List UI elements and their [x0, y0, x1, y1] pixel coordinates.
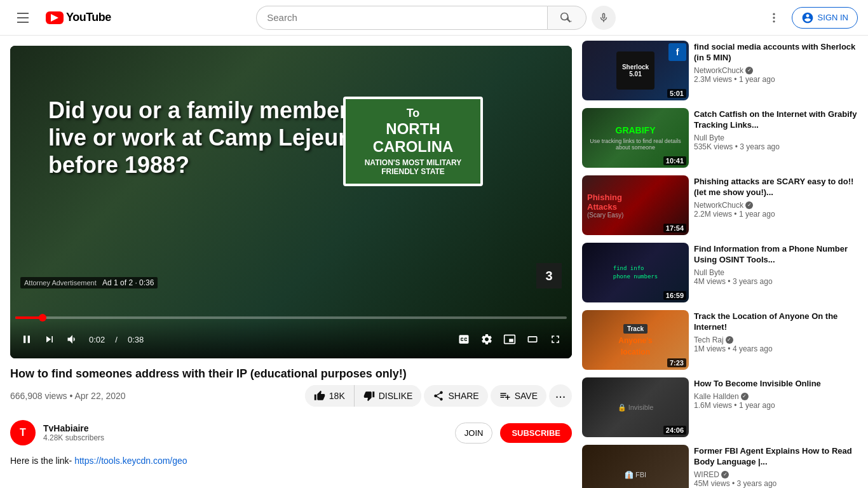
video-duration: 7:23 [667, 358, 686, 367]
save-button[interactable]: SAVE [491, 385, 546, 407]
road-sign-state: NORTH CAROLINA [353, 120, 473, 156]
video-meta: 666,908 views • Apr 22, 2020 18K DISLIKE [10, 384, 572, 407]
sidebar-video-info: Find Information from a Phone Number Usi… [694, 243, 858, 302]
sidebar-thumbnail: find infophone numbers 16:59 [582, 243, 689, 302]
miniplayer-button[interactable] [501, 330, 519, 348]
sidebar-video-info: Phishing attacks are SCARY easy to do!! … [694, 175, 858, 235]
sidebar-item[interactable]: GRABIFY Use tracking links to find real … [582, 108, 858, 168]
hamburger-icon [12, 8, 34, 28]
video-duration: 24:06 [663, 426, 686, 435]
description-link[interactable]: https://tools.keycdn.com/geo [74, 456, 187, 466]
captions-button[interactable] [455, 330, 473, 348]
theater-button[interactable] [524, 330, 541, 348]
progress-track[interactable] [15, 316, 567, 319]
sidebar-thumbnail: Phishing Attacks (Scary Easy) 17:54 [582, 175, 689, 235]
video-views: 666,908 views [10, 391, 67, 401]
fullscreen-icon [549, 333, 562, 346]
sidebar-channel-name: NetworkChuck [694, 66, 858, 75]
sidebar-thumbnail: Track Anyone's location 7:23 [582, 310, 689, 370]
skip-number: 3 [536, 263, 562, 288]
captions-icon [458, 333, 470, 346]
video-date: Apr 22, 2020 [74, 391, 125, 401]
sidebar-channel-name: Tech Raj [694, 336, 858, 344]
microphone-button[interactable] [592, 6, 616, 30]
sidebar-thumbnail: 🔒 Invisible24:06 [582, 377, 689, 437]
verified-badge [745, 67, 753, 74]
video-duration: 5:01 [667, 89, 686, 98]
more-dots-icon: ··· [555, 389, 566, 403]
video-actions: 18K DISLIKE SHARE SAVE ··· [305, 384, 572, 407]
settings-button[interactable] [478, 330, 496, 348]
road-sign: To NORTH CAROLINA NATION'S MOST MILITARY… [343, 97, 483, 186]
more-actions-button[interactable]: ··· [549, 384, 572, 407]
channel-info: TvHabiaire 4.28K subscribers [43, 423, 447, 442]
sidebar-item[interactable]: Track Anyone's location 7:23Track the Lo… [582, 310, 858, 370]
sidebar-video-title: find social media accounts with Sherlock… [694, 42, 858, 64]
dislike-button[interactable]: DISLIKE [355, 385, 422, 407]
search-button[interactable] [547, 6, 587, 30]
like-dislike-group: 18K DISLIKE [305, 385, 422, 407]
svg-point-2 [773, 20, 775, 22]
volume-icon [66, 333, 79, 346]
main-layout: Did you or a family member live or work … [0, 0, 868, 488]
microphone-icon [598, 12, 609, 24]
sidebar-channel-name: Null Byte [694, 133, 858, 142]
youtube-logo-text: YouTube [66, 11, 111, 24]
sidebar-item[interactable]: 🔒 Invisible24:06How To Become Invisible … [582, 377, 858, 437]
video-player[interactable]: Did you or a family member live or work … [10, 46, 572, 358]
search-bar [256, 6, 587, 30]
like-button[interactable]: 18K [305, 385, 355, 407]
sidebar-channel-name: Kalle Hallden [694, 392, 858, 401]
sidebar-item[interactable]: Sherlock5.01 f 5:01find social media acc… [582, 41, 858, 100]
sidebar-video-meta: 2.2M views • 1 year ago [694, 210, 858, 219]
sign-in-button[interactable]: SIGN IN [792, 7, 858, 29]
sidebar-video-meta: 4M views • 3 years ago [694, 277, 858, 286]
ad-counter: Ad 1 of 2 · 0:36 [102, 278, 154, 287]
svg-point-0 [773, 13, 775, 15]
sidebar-channel-name: Null Byte [694, 268, 858, 277]
more-options-button[interactable] [761, 5, 787, 30]
sidebar-item[interactable]: Phishing Attacks (Scary Easy) 17:54Phish… [582, 175, 858, 235]
next-button[interactable] [41, 330, 58, 348]
video-overlay-text: Did you or a family member live or work … [48, 97, 366, 179]
search-input[interactable] [256, 6, 547, 30]
ad-text: Attorney Advertisement [24, 279, 97, 287]
channel-avatar[interactable]: T [10, 420, 36, 445]
sidebar-channel-name: NetworkChuck [694, 201, 858, 210]
save-label: SAVE [515, 391, 538, 401]
channel-name[interactable]: TvHabiaire [43, 423, 447, 433]
progress-bar[interactable] [10, 316, 572, 319]
sidebar-video-title: How To Become Invisible Online [694, 379, 858, 390]
theater-icon [526, 333, 539, 346]
join-button[interactable]: JOIN [455, 423, 493, 444]
youtube-logo[interactable]: YouTube [46, 11, 111, 24]
verified-badge [721, 471, 729, 478]
youtube-logo-icon [46, 11, 64, 24]
sidebar-item[interactable]: find infophone numbers 16:59Find Informa… [582, 243, 858, 302]
hamburger-menu-button[interactable] [10, 5, 36, 30]
header-center [111, 6, 761, 30]
total-time: 0:38 [128, 335, 144, 344]
miniplayer-icon [503, 333, 516, 346]
volume-button[interactable] [64, 330, 81, 348]
sidebar-video-meta: 1M views • 4 years ago [694, 344, 858, 353]
verified-badge [745, 201, 753, 209]
sidebar-video-title: Find Information from a Phone Number Usi… [694, 244, 858, 266]
dislike-icon [363, 390, 375, 402]
road-sign-subtitle: NATION'S MOST MILITARY FRIENDLY STATE [353, 158, 473, 176]
current-time: 0:02 [89, 335, 105, 344]
share-button[interactable]: SHARE [424, 385, 487, 407]
skip-next-icon [43, 333, 56, 346]
header-right: SIGN IN [761, 5, 858, 30]
sidebar-video-info: Track the Location of Anyone On the Inte… [694, 310, 858, 370]
video-title: How to find someones address with their … [10, 366, 572, 382]
video-description: Here is the link- https://tools.keycdn.c… [10, 456, 572, 466]
save-icon [499, 390, 511, 402]
fullscreen-button[interactable] [546, 330, 564, 348]
road-sign-to: To [353, 107, 473, 120]
channel-subscribers: 4.28K subscribers [43, 433, 447, 442]
sidebar-item[interactable]: 👔 FBIFormer FBI Agent Explains How to Re… [582, 445, 858, 488]
ad-badge: Attorney Advertisement Ad 1 of 2 · 0:36 [20, 277, 158, 288]
subscribe-button[interactable]: SUBSCRIBE [500, 423, 572, 443]
pause-button[interactable] [18, 330, 36, 348]
